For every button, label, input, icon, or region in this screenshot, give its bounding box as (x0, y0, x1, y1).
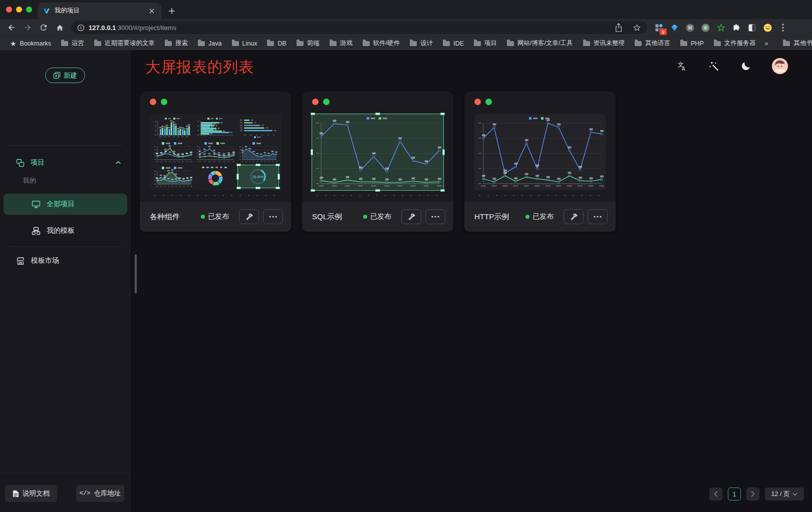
bookmark-folder[interactable]: 软件/硬件 (358, 38, 405, 50)
bookmark-folder[interactable]: PHP (675, 38, 709, 50)
repo-button[interactable]: </> 仓库地址 (76, 485, 124, 502)
selection-handle[interactable] (311, 113, 315, 115)
mini-chart-donut[interactable] (195, 165, 235, 188)
more-button[interactable] (263, 209, 283, 224)
scrollbar-thumb[interactable] (135, 254, 137, 293)
new-project-button[interactable]: 新建 (45, 68, 85, 83)
selection-handle[interactable] (276, 164, 280, 166)
project-thumbnail[interactable] (474, 114, 606, 190)
project-card[interactable]: 25.00% 各种组件 已发布 (140, 92, 291, 232)
current-page[interactable]: 1 (728, 487, 741, 500)
mini-chart-area[interactable] (238, 141, 279, 164)
project-card[interactable]: HTTP示例 已发布 (464, 92, 616, 232)
reload-icon[interactable] (36, 21, 51, 35)
selection-handle[interactable] (236, 174, 239, 180)
selection-handle[interactable] (311, 149, 313, 155)
selection-handle[interactable] (278, 174, 280, 180)
selection-handle[interactable] (442, 149, 445, 155)
extension-grid-icon[interactable]: 9 (653, 22, 664, 33)
extension-gem-icon[interactable] (669, 22, 680, 33)
selection-handle[interactable] (255, 164, 260, 166)
selection-handle[interactable] (255, 187, 260, 189)
bookmark-folder[interactable]: 搜索 (160, 38, 193, 50)
edit-hammer-button[interactable] (401, 209, 421, 224)
mini-chart-hbar[interactable] (195, 117, 235, 139)
selection-handle[interactable] (375, 189, 380, 192)
maximize-window-button[interactable] (26, 7, 32, 13)
selection-handle[interactable] (236, 164, 241, 166)
extension-star-icon[interactable] (715, 22, 726, 33)
sidebar-group-projects[interactable]: 项目 (0, 153, 130, 173)
edit-hammer-button[interactable] (239, 209, 259, 224)
chevron-up-icon[interactable] (115, 161, 121, 165)
share-icon[interactable] (615, 23, 623, 32)
sidebar-item-template-market[interactable]: 模板市场 (0, 250, 130, 271)
mini-chart-vbar[interactable] (152, 117, 193, 139)
moon-icon[interactable] (740, 60, 752, 72)
selection-handle[interactable] (236, 187, 241, 189)
bookmark-folder[interactable]: DB (262, 38, 291, 50)
bookmark-folder[interactable]: Linux (227, 38, 262, 50)
tab-close-icon[interactable] (147, 7, 156, 16)
sidebar-item-my-templates[interactable]: 我的模板 (4, 220, 127, 241)
bookmark-folder[interactable]: 设计 (405, 38, 438, 50)
bookmark-folder[interactable]: 前端 (292, 38, 325, 50)
selection-handle[interactable] (375, 113, 380, 115)
copy-plus-icon (53, 72, 61, 79)
extension-command-icon[interactable]: ⌘ (684, 22, 695, 33)
mini-chart-hbar2[interactable] (238, 117, 279, 139)
prev-page-button[interactable] (709, 487, 722, 500)
edit-hammer-button[interactable] (564, 209, 584, 224)
extensions-puzzle-icon[interactable] (731, 22, 742, 33)
info-icon[interactable] (77, 24, 85, 32)
selection-handle[interactable] (311, 189, 315, 192)
minimize-window-button[interactable] (16, 7, 22, 13)
other-bookmarks-folder[interactable]: 其他书签 (778, 38, 812, 50)
back-icon[interactable] (4, 21, 19, 35)
bookmark-folder[interactable]: IDE (438, 38, 469, 50)
extension-emoji-icon[interactable] (762, 22, 773, 33)
selection-handle[interactable] (440, 113, 445, 115)
translate-icon[interactable]: 文A (676, 60, 688, 72)
extension-darkreader-icon[interactable] (746, 22, 757, 33)
home-icon[interactable] (52, 21, 67, 35)
bookmark-star-icon[interactable] (633, 24, 641, 32)
bookmark-folder[interactable]: Java (193, 38, 226, 50)
avatar[interactable] (772, 58, 788, 74)
more-button[interactable] (588, 209, 608, 224)
browser-tab[interactable]: 我的项目 (38, 3, 161, 19)
bookmarks-overflow-chevron[interactable]: » (760, 40, 772, 47)
page-size-select[interactable]: 12 / 页 (765, 487, 804, 500)
project-card[interactable]: SQL示例 已发布 (302, 92, 453, 232)
selection-handle[interactable] (276, 187, 280, 189)
green-dot (323, 99, 330, 105)
mini-chart-line[interactable] (195, 141, 235, 164)
bookmark-folder[interactable]: 文件服务器 (709, 38, 761, 50)
bookmark-folder[interactable]: 游戏 (325, 38, 358, 50)
url-bar[interactable]: 127.0.0.1:3000/#/project/items (71, 21, 647, 34)
new-tab-button[interactable] (165, 5, 178, 18)
magic-wand-icon[interactable] (708, 60, 720, 72)
more-button[interactable] (425, 209, 445, 224)
bookmark-folder[interactable]: 网站/博客/文章/工具 (502, 38, 578, 50)
extension-record-icon[interactable] (700, 22, 711, 33)
mini-chart-line[interactable] (152, 141, 193, 164)
project-thumbnail[interactable]: 25.00% (150, 114, 281, 190)
bookmark-folder[interactable]: 其他语言 (630, 38, 675, 50)
bookmark-folder[interactable]: 近期需要读的文章 (89, 38, 160, 50)
bookmarks-manager[interactable]: ★ Bookmarks (5, 38, 56, 50)
bookmark-folder[interactable]: 项目 (469, 38, 502, 50)
forward-icon[interactable] (20, 21, 35, 35)
selection-handle[interactable] (440, 189, 445, 192)
mini-chart-area[interactable] (152, 165, 193, 188)
close-window-button[interactable] (6, 7, 12, 13)
bookmark-folder[interactable]: 运营 (56, 38, 89, 50)
next-page-button[interactable] (746, 487, 759, 500)
bookmark-folder[interactable]: 资讯未整理 (578, 38, 630, 50)
docs-button[interactable]: 说明文档 (5, 485, 57, 502)
sidebar-item-all-projects[interactable]: 全部项目 (4, 194, 127, 215)
green-dot (161, 99, 167, 105)
menu-kebab-icon[interactable] (777, 22, 788, 33)
project-thumbnail-selected[interactable] (312, 114, 443, 190)
mini-chart-gauge[interactable]: 25.00% (238, 165, 279, 188)
